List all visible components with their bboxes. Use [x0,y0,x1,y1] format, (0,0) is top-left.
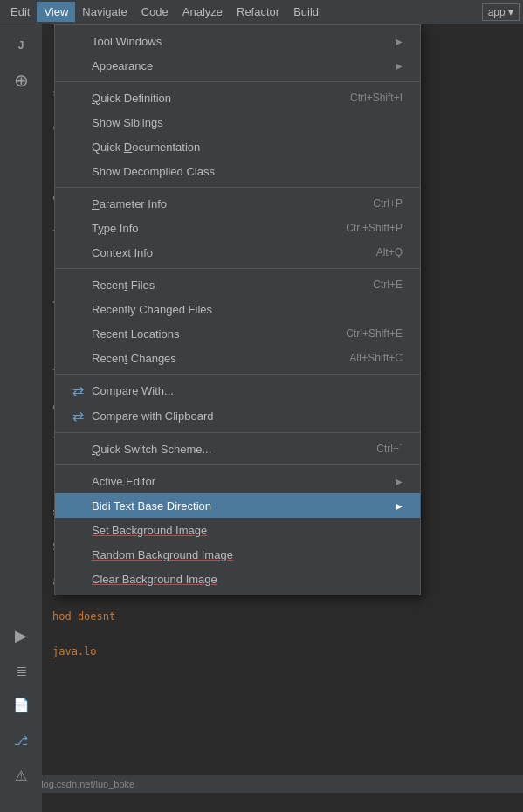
menu-random-background-label: Random Background Image [92,548,403,561]
menu-quick-documentation[interactable]: Quick Documentation [55,134,420,159]
menu-show-siblings-label: Show Siblings [92,116,403,129]
left-sidebar: J ⊕ ▶ ≣ 📄 ⎇ ⚠ [0,24,42,812]
menu-clear-background-label: Clear Background Image [92,573,403,586]
menu-type-info-label: Type Info [92,222,320,235]
separator-2 [55,187,420,188]
menu-recent-files[interactable]: Recent Files Ctrl+E [55,272,420,297]
menu-tool-windows[interactable]: Tool Windows ▶ [55,29,420,53]
appearance-arrow: ▶ [396,61,403,71]
type-info-shortcut: Ctrl+Shift+P [346,222,403,234]
recent-files-shortcut: Ctrl+E [373,279,403,291]
menu-context-info[interactable]: Context Info Alt+Q [55,240,420,265]
menu-set-background[interactable]: Set Background Image [55,518,420,542]
compare-with-icon: ⇄ [69,382,86,399]
play-icon[interactable]: ▶ [5,620,37,651]
add-icon[interactable]: ⊕ [5,65,37,96]
menu-compare-clipboard-label: Compare with Clipboard [92,409,403,423]
menu-build[interactable]: Build [286,2,326,22]
menu-compare-with[interactable]: ⇄ Compare With... [55,378,420,403]
file-icon[interactable]: 📄 [5,690,37,721]
menu-recent-locations[interactable]: Recent Locations Ctrl+Shift+E [55,321,420,346]
separator-1 [55,81,420,82]
menu-quick-definition[interactable]: Quick Definition Ctrl+Shift+I [55,86,420,110]
menu-quick-documentation-label: Quick Documentation [92,141,403,154]
bidi-text-arrow: ▶ [396,501,403,511]
context-info-shortcut: Alt+Q [376,246,403,258]
menu-navigate[interactable]: Navigate [75,2,134,22]
menu-type-info[interactable]: Type Info Ctrl+Shift+P [55,216,420,240]
view-menu: Tool Windows ▶ Appearance ▶ Quick Defini… [54,24,421,595]
menu-recent-files-label: Recent Files [92,279,347,292]
separator-3 [55,268,420,269]
menu-analyze[interactable]: Analyze [175,2,230,22]
java-file-icon[interactable]: J [5,30,37,61]
active-editor-arrow: ▶ [396,477,403,486]
menu-tool-windows-label: Tool Windows [92,35,389,48]
menu-appearance-label: Appearance [92,59,389,72]
param-info-shortcut: Ctrl+P [373,197,403,210]
separator-4 [55,374,420,375]
menu-quick-switch-label: Quick Switch Scheme... [92,443,350,456]
menu-clear-background[interactable]: Clear Background Image [55,567,420,591]
recent-locations-shortcut: Ctrl+Shift+E [346,327,403,340]
menu-context-info-label: Context Info [92,246,350,259]
menu-recent-changes[interactable]: Recent Changes Alt+Shift+C [55,346,420,370]
menu-parameter-info-label: Parameter Info [92,197,347,210]
menu-active-editor-label: Active Editor [92,475,389,488]
menu-compare-clipboard[interactable]: ⇄ Compare with Clipboard [55,403,420,429]
menu-bar: Edit View Navigate Code Analyze Refactor… [0,0,523,24]
quick-def-shortcut: Ctrl+Shift+I [350,92,403,104]
quick-switch-shortcut: Ctrl+` [376,443,403,455]
menu-random-background[interactable]: Random Background Image [55,542,420,567]
menu-compare-with-label: Compare With... [92,384,403,397]
separator-5 [55,432,420,433]
menu-active-editor[interactable]: Active Editor ▶ [55,469,420,493]
menu-code[interactable]: Code [134,2,175,22]
menu-show-decompiled[interactable]: Show Decompiled Class [55,159,420,183]
menu-show-decompiled-label: Show Decompiled Class [92,165,403,178]
recent-changes-shortcut: Alt+Shift+C [349,352,403,364]
branch-icon[interactable]: ⎇ [5,725,37,756]
menu-recent-locations-label: Recent Locations [92,327,320,341]
menu-recently-changed[interactable]: Recently Changed Files [55,297,420,321]
menu-refactor[interactable]: Refactor [230,2,286,22]
menu-edit[interactable]: Edit [3,2,37,22]
menu-recent-changes-label: Recent Changes [92,352,323,365]
structure-icon[interactable]: ≣ [5,655,37,686]
separator-6 [55,464,420,465]
tool-windows-arrow: ▶ [396,37,403,46]
menu-parameter-info[interactable]: Parameter Info Ctrl+P [55,191,420,216]
app-dropdown[interactable]: app ▾ [482,3,520,21]
menu-bidi-text[interactable]: Bidi Text Base Direction ▶ [55,493,420,518]
menu-appearance[interactable]: Appearance ▶ [55,53,420,78]
menu-show-siblings[interactable]: Show Siblings [55,110,420,134]
menu-view[interactable]: View [37,2,75,22]
warning-icon[interactable]: ⚠ [5,760,37,791]
menu-quick-switch[interactable]: Quick Switch Scheme... Ctrl+` [55,437,420,461]
compare-clipboard-icon: ⇄ [69,408,86,424]
menu-recently-changed-label: Recently Changed Files [92,303,403,316]
tooltip-bar: https://blog.csdn.net/luo_boke [0,775,523,793]
menu-bar-right: app ▾ [482,3,520,21]
menu-quick-definition-label: Quick Definition [92,92,324,105]
menu-set-background-label: Set Background Image [92,524,403,537]
menu-bidi-text-label: Bidi Text Base Direction [92,499,389,513]
